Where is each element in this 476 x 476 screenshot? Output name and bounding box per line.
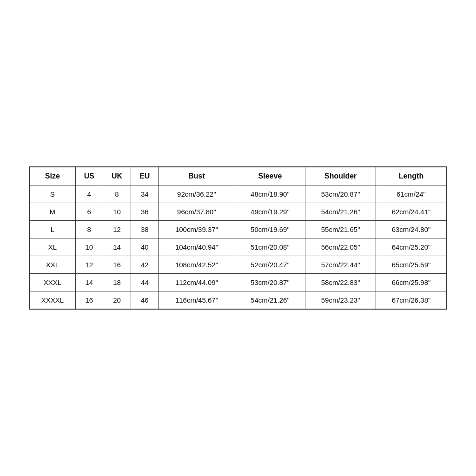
table-cell: 104cm/40.94" [159,238,235,256]
table-cell: 49cm/19.29" [235,203,305,221]
table-cell: 63cm/24.80" [376,221,447,238]
table-cell: 56cm/22.05" [305,238,376,256]
table-cell: 18 [103,274,131,291]
table-cell: 10 [75,238,103,256]
table-cell: XXL [29,256,75,274]
table-cell: 51cm/20.08" [235,238,305,256]
table-cell: 8 [75,221,103,238]
table-cell: 92cm/36.22" [159,185,235,203]
table-cell: L [29,221,75,238]
column-header: Length [376,167,447,185]
table-cell: 10 [103,203,131,221]
table-cell: 16 [103,256,131,274]
table-cell: 112cm/44.09" [159,274,235,291]
table-cell: 64cm/25.20" [376,238,447,256]
table-cell: 20 [103,291,131,310]
table-cell: 6 [75,203,103,221]
table-cell: XL [29,238,75,256]
table-cell: 54cm/21.26" [235,291,305,310]
table-cell: 36 [131,203,159,221]
table-cell: 42 [131,256,159,274]
table-cell: 48cm/18.90" [235,185,305,203]
table-cell: 66cm/25.98" [376,274,447,291]
table-cell: 96cm/37.80" [159,203,235,221]
table-cell: 57cm/22.44" [305,256,376,274]
table-cell: 55cm/21.65" [305,221,376,238]
table-row: S483492cm/36.22"48cm/18.90"53cm/20.87"61… [29,185,447,203]
table-cell: 53cm/20.87" [305,185,376,203]
table-cell: 12 [103,221,131,238]
size-chart-table: SizeUSUKEUBustSleeveShoulderLength S4834… [29,166,447,310]
table-cell: 61cm/24" [376,185,447,203]
table-cell: 46 [131,291,159,310]
table-cell: 67cm/26.38" [376,291,447,310]
table-row: XXXXL162046116cm/45.67"54cm/21.26"59cm/2… [29,291,447,310]
column-header: Shoulder [305,167,376,185]
table-cell: 8 [103,185,131,203]
table-cell: 59cm/23.23" [305,291,376,310]
table-body: S483492cm/36.22"48cm/18.90"53cm/20.87"61… [29,185,447,310]
table-cell: 108cm/42.52" [159,256,235,274]
size-chart-wrapper: SizeUSUKEUBustSleeveShoulderLength S4834… [29,166,447,310]
column-header: EU [131,167,159,185]
table-cell: 100cm/39.37" [159,221,235,238]
table-cell: 40 [131,238,159,256]
table-cell: 53cm/20.87" [235,274,305,291]
table-row: XL101440104cm/40.94"51cm/20.08"56cm/22.0… [29,238,447,256]
table-cell: 58cm/22.83" [305,274,376,291]
table-cell: 38 [131,221,159,238]
table-cell: 4 [75,185,103,203]
table-cell: M [29,203,75,221]
table-cell: 54cm/21.26" [305,203,376,221]
table-cell: 12 [75,256,103,274]
table-cell: 14 [103,238,131,256]
column-header: Size [29,167,75,185]
table-row: L81238100cm/39.37"50cm/19.69"55cm/21.65"… [29,221,447,238]
table-cell: 65cm/25.59" [376,256,447,274]
table-cell: 14 [75,274,103,291]
table-cell: 50cm/19.69" [235,221,305,238]
table-cell: 34 [131,185,159,203]
table-cell: S [29,185,75,203]
table-cell: XXXXL [29,291,75,310]
table-row: M6103696cm/37.80"49cm/19.29"54cm/21.26"6… [29,203,447,221]
table-row: XXL121642108cm/42.52"52cm/20.47"57cm/22.… [29,256,447,274]
column-header: UK [103,167,131,185]
column-header: Sleeve [235,167,305,185]
table-cell: 52cm/20.47" [235,256,305,274]
table-cell: 116cm/45.67" [159,291,235,310]
table-header-row: SizeUSUKEUBustSleeveShoulderLength [29,167,447,185]
column-header: Bust [159,167,235,185]
column-header: US [75,167,103,185]
table-cell: XXXL [29,274,75,291]
table-row: XXXL141844112cm/44.09"53cm/20.87"58cm/22… [29,274,447,291]
table-cell: 16 [75,291,103,310]
table-cell: 44 [131,274,159,291]
table-cell: 62cm/24.41" [376,203,447,221]
